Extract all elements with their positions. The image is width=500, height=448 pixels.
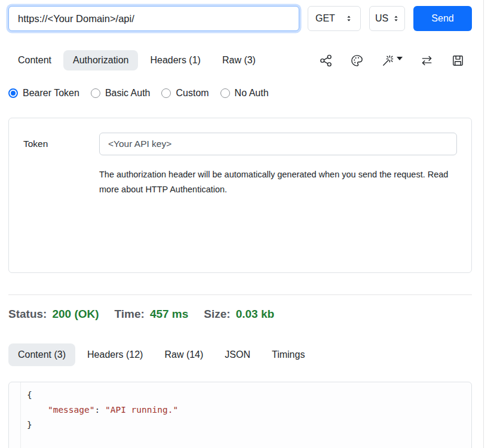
method-select-value: GET <box>315 13 335 24</box>
auth-type-options: Bearer Token Basic Auth Custom No Auth <box>8 88 472 99</box>
tab-response-raw[interactable]: Raw (14) <box>155 343 213 366</box>
size-label: Size: <box>204 308 230 321</box>
time-value: 457 ms <box>150 308 188 321</box>
chevron-expand-icon <box>345 14 353 23</box>
toolbar <box>319 54 472 67</box>
token-row: Token <box>23 133 457 155</box>
response-json-code: { "message": "API running." } <box>21 382 184 448</box>
palette-icon[interactable] <box>350 54 364 67</box>
token-label: Token <box>23 139 99 149</box>
status-value: 200 (OK) <box>52 308 99 321</box>
share-icon[interactable] <box>319 54 333 67</box>
size-value: 0.03 kb <box>236 308 274 321</box>
caret-down-icon <box>397 57 403 60</box>
json-value: "API running." <box>105 405 178 415</box>
radio-bearer-token[interactable]: Bearer Token <box>8 88 79 99</box>
tab-authorization[interactable]: Authorization <box>63 50 138 70</box>
request-bar: GET US Send <box>8 6 472 31</box>
radio-label: Bearer Token <box>23 88 79 99</box>
send-button[interactable]: Send <box>413 6 472 31</box>
tab-headers[interactable]: Headers (1) <box>140 50 210 70</box>
size-pair: Size: 0.03 kb <box>204 308 274 321</box>
radio-no-auth[interactable]: No Auth <box>220 88 269 99</box>
json-close-brace: } <box>27 420 32 429</box>
url-input[interactable] <box>8 6 299 31</box>
json-open-brace: { <box>27 390 32 400</box>
method-select[interactable]: GET <box>308 6 361 31</box>
tab-content[interactable]: Content <box>8 50 61 70</box>
response-status-row: Status: 200 (OK) Time: 457 ms Size: 0.03… <box>8 308 472 321</box>
magic-wand-icon <box>381 54 395 67</box>
page-scrollbar[interactable] <box>483 0 492 448</box>
radio-label: No Auth <box>235 88 269 99</box>
swap-arrows-icon[interactable] <box>420 54 434 67</box>
response-body-panel: { "message": "API running." } <box>8 382 472 448</box>
tab-raw[interactable]: Raw (3) <box>213 50 265 70</box>
section-divider <box>8 294 472 295</box>
radio-custom[interactable]: Custom <box>161 88 208 99</box>
response-tabs: Content (3) Headers (12) Raw (14) JSON T… <box>8 343 314 366</box>
code-gutter <box>9 382 21 448</box>
radio-basic-auth[interactable]: Basic Auth <box>91 88 151 99</box>
time-pair: Time: 457 ms <box>115 308 189 321</box>
json-colon: : <box>95 405 105 415</box>
tab-response-headers[interactable]: Headers (12) <box>78 343 152 366</box>
status-label: Status: <box>8 308 47 321</box>
radio-label: Custom <box>176 88 208 99</box>
chevron-expand-icon <box>392 14 400 23</box>
token-input[interactable] <box>99 133 457 155</box>
api-tester-page: GET US Send Content Authorization Header… <box>8 0 472 448</box>
radio-icon <box>91 88 100 98</box>
radio-icon <box>220 88 230 98</box>
json-key: "message" <box>48 405 95 415</box>
request-tabs-row: Content Authorization Headers (1) Raw (3… <box>8 50 472 70</box>
bearer-token-panel: Token The authorization header will be a… <box>8 118 472 273</box>
tab-response-timings[interactable]: Timings <box>262 343 314 366</box>
radio-icon <box>161 88 171 98</box>
save-icon[interactable] <box>451 54 465 67</box>
auth-help-text: The authorization header will be automat… <box>99 167 457 197</box>
radio-label: Basic Auth <box>105 88 151 99</box>
response-tabs-row: Content (3) Headers (12) Raw (14) JSON T… <box>8 343 472 366</box>
magic-wand-dropdown[interactable] <box>381 54 403 67</box>
status-pair: Status: 200 (OK) <box>8 308 99 321</box>
region-select-value: US <box>375 13 388 24</box>
radio-selected-icon <box>8 88 18 98</box>
time-label: Time: <box>115 308 145 321</box>
request-tabs: Content Authorization Headers (1) Raw (3… <box>8 50 265 70</box>
json-indent <box>27 405 48 415</box>
tab-response-json[interactable]: JSON <box>215 343 260 366</box>
region-select[interactable]: US <box>369 6 405 31</box>
tab-response-content[interactable]: Content (3) <box>8 343 75 366</box>
